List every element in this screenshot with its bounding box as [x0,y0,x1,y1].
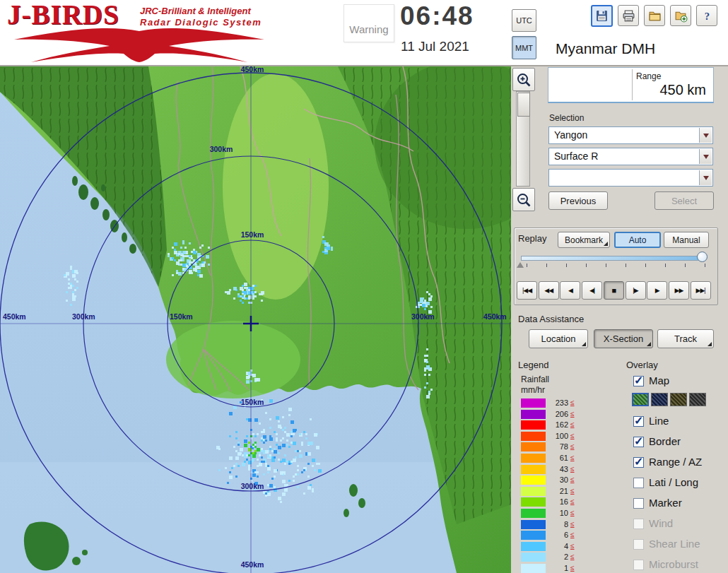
select-button: Select [654,191,714,210]
slider-tick [626,264,626,267]
overlay-row-wind: Wind [633,519,725,531]
overlay-checkbox-marker[interactable] [633,498,644,509]
overlay-item-label: Lati / Long [649,476,698,488]
map-style-swatch-2[interactable] [651,393,668,406]
bookmark-button[interactable]: Bookmark [558,232,610,248]
overlay-label: Overlay [626,360,658,370]
ring-label: 150km [241,398,264,406]
legend-label: Legend [518,360,548,370]
slider-tick [566,264,567,267]
overlay-checkbox-map[interactable] [633,376,644,386]
play-button[interactable]: ▶ [647,281,667,300]
overlay-checkbox-lati-long[interactable] [633,478,644,488]
save-button[interactable] [591,5,613,27]
legend-value: 6 [548,531,568,539]
print-button[interactable] [618,5,639,26]
fast-forward-button[interactable]: ▶▶ [669,281,689,300]
range-label: Range [636,71,661,81]
site-dropdown[interactable]: Yangon [548,126,713,144]
stop-button[interactable]: ■ [604,281,624,300]
warning-status: Warning [344,4,394,42]
chevron-down-icon[interactable] [699,128,712,143]
legend-color-box [521,398,546,408]
product-dropdown-value: Surface R [554,150,598,162]
overlay-row-map: Map [633,376,725,389]
legend-value: 30 [548,475,568,484]
open-button[interactable] [644,5,665,26]
chevron-down-icon[interactable] [699,149,712,164]
legend-color-box [521,542,546,551]
overlay-checkbox-border[interactable] [633,437,644,447]
zoom-scrollbar[interactable] [516,91,530,187]
skip-to-end-button[interactable]: ▶▶| [691,281,711,300]
x-section-button[interactable]: X-Section [594,329,653,348]
slider-tick [665,264,666,267]
overlay-row-border: Border [633,437,725,449]
manual-button[interactable]: Manual [664,232,709,248]
map-style-swatch-1[interactable] [632,393,649,406]
slider-tick [546,264,547,267]
overlay-checkbox-line[interactable] [633,416,644,427]
slider-tick [586,264,587,267]
legend-color-box [521,475,546,485]
legend-color-box [521,465,546,474]
overlay-item-label: Line [649,415,669,427]
help-button[interactable]: ? [696,5,717,26]
ring-label: 300km [72,312,95,321]
skip-to-start-button[interactable]: |◀◀ [517,281,537,300]
legend-value: 100 [548,432,568,440]
legend-row: 1≤ [521,564,588,573]
legend-color-box [521,531,546,540]
location-button[interactable]: Location [529,329,588,348]
slider-tick [645,264,646,267]
slider-tick [685,264,686,267]
legend-leq-symbol: ≤ [570,454,575,461]
range-value: 450 km [659,82,706,98]
zoom-scrollbar-thumb[interactable] [517,93,530,117]
radar-map[interactable]: 450km300km150km150km300km450km450km300km… [0,66,511,573]
data-assistance-label: Data Assistance [518,314,584,324]
overlay-checkbox-wind [633,519,644,529]
track-button[interactable]: Track [657,329,714,348]
legend-leq-symbol: ≤ [570,420,575,428]
step-forward-button[interactable]: |▶ [626,281,646,300]
step-back-button[interactable]: ◀| [582,281,602,300]
map-style-swatch-3[interactable] [670,393,687,406]
export-icon [674,9,688,23]
replay-label: Replay [518,233,546,244]
extra-dropdown[interactable] [548,169,713,187]
legend-color-box [521,487,546,496]
chevron-down-icon[interactable] [699,170,712,185]
replay-slider[interactable] [521,256,706,261]
map-style-swatch-4[interactable] [689,393,706,406]
zoom-in-button[interactable] [512,68,535,91]
export-button[interactable] [670,5,691,26]
legend-row: 6≤ [521,531,588,540]
product-dropdown[interactable]: Surface R [548,148,713,165]
slider-tick [705,264,705,267]
overlay-checkbox-microburst [633,560,644,570]
slider-tick [606,264,606,267]
legend-row: 43≤ [521,465,588,475]
legend-leq-symbol: ≤ [570,475,575,483]
overlay-row-line: Line [633,416,725,429]
legend-row: 4≤ [521,542,588,552]
previous-button[interactable]: Previous [548,191,608,210]
fast-rewind-button[interactable]: ◀◀ [539,281,559,300]
replay-slider-thumb[interactable] [697,252,708,262]
overlay-row-lati-long: Lati / Long [633,478,725,490]
legend-row: 10≤ [521,509,588,519]
auto-button[interactable]: Auto [614,232,661,248]
zoom-out-button[interactable] [512,188,535,211]
open-icon [648,9,662,23]
play-reverse-button[interactable]: ◀ [560,281,580,300]
utc-button[interactable]: UTC [512,9,536,32]
legend-value: 233 [548,398,568,407]
overlay-item-label: Map [649,374,669,386]
mmt-button[interactable]: MMT [512,36,536,59]
svg-text:?: ? [704,10,709,21]
rainfall-legend: 233≤206≤162≤100≤78≤61≤43≤30≤21≤16≤10≤8≤6… [521,398,588,573]
legend-leq-symbol: ≤ [570,442,575,450]
legend-value: 2 [548,553,568,561]
overlay-checkbox-range-az[interactable] [633,457,644,468]
